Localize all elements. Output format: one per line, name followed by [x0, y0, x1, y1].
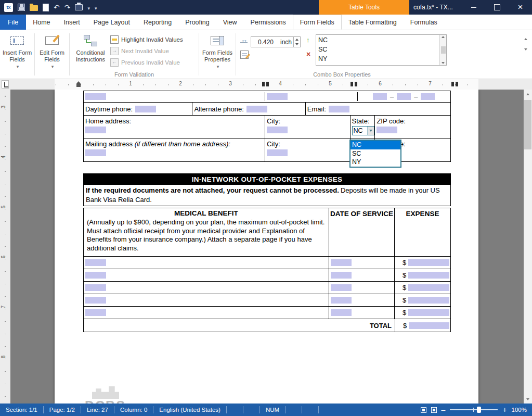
- print-options-caret-icon[interactable]: [87, 3, 90, 12]
- state-combobox-dropdown-button[interactable]: [367, 127, 374, 135]
- benefit-field[interactable]: [85, 284, 106, 291]
- tab-file[interactable]: File: [0, 15, 26, 30]
- listbox-scroll-thumb[interactable]: [441, 46, 446, 54]
- combo-item[interactable]: NY: [316, 54, 439, 64]
- listbox-scrollbar[interactable]: [439, 35, 446, 65]
- benefit-field[interactable]: [85, 259, 106, 266]
- form-field[interactable]: [267, 93, 288, 100]
- zoom-slider[interactable]: [450, 409, 498, 410]
- combo-item[interactable]: SC: [316, 45, 439, 54]
- tab-table-formatting[interactable]: Table Formatting: [342, 15, 404, 30]
- alternate-phone-field[interactable]: [246, 106, 267, 112]
- print-icon[interactable]: [75, 4, 83, 10]
- mailing-city-field[interactable]: [267, 149, 288, 156]
- date-field[interactable]: [331, 272, 352, 279]
- form-field[interactable]: [373, 93, 387, 100]
- zoom-slider-thumb[interactable]: [477, 407, 481, 413]
- next-invalid-value-button[interactable]: Next Invalid Value: [110, 46, 198, 56]
- save-icon[interactable]: [18, 4, 25, 11]
- horizontal-ruler[interactable]: 1 2 3 4 5 6 7: [55, 79, 478, 90]
- date-field[interactable]: [331, 259, 352, 266]
- width-spinner[interactable]: 0.420 inch: [251, 36, 301, 47]
- form-field[interactable]: [85, 93, 106, 100]
- delete-item-icon[interactable]: [305, 50, 313, 58]
- move-item-up-icon[interactable]: [305, 36, 313, 44]
- open-folder-icon[interactable]: [30, 5, 38, 11]
- column-marker[interactable]: [351, 82, 353, 86]
- previous-invalid-value-button[interactable]: Previous Invalid Value: [110, 58, 198, 67]
- state-combobox[interactable]: NC: [352, 126, 374, 135]
- listbox-scroll-up-icon[interactable]: [442, 36, 445, 38]
- close-button[interactable]: [509, 0, 532, 15]
- expense-field[interactable]: [408, 259, 449, 266]
- scroll-up-button[interactable]: [524, 90, 532, 98]
- vertical-ruler[interactable]: 3 4 5 6 7 8: [0, 90, 10, 404]
- right-indent-marker[interactable]: [451, 82, 454, 86]
- combo-item[interactable]: NC: [316, 35, 439, 45]
- date-field[interactable]: [331, 297, 352, 304]
- table-tools-contextual-tab[interactable]: Table Tools: [319, 0, 409, 15]
- minimize-button[interactable]: [462, 0, 485, 15]
- tab-stop-selector[interactable]: [2, 80, 9, 89]
- dropdown-option[interactable]: NY: [351, 158, 400, 167]
- tab-view[interactable]: View: [216, 15, 244, 30]
- ribbon-scroll-up-icon[interactable]: [524, 38, 527, 40]
- date-field[interactable]: [331, 309, 352, 316]
- maximize-button[interactable]: [485, 0, 509, 15]
- status-language[interactable]: English (United States): [153, 406, 227, 413]
- document-area[interactable]: – – Daytime phone: Alternate phone:: [10, 90, 524, 404]
- width-stepper[interactable]: [293, 37, 300, 47]
- tab-permissions[interactable]: Permissions: [244, 15, 293, 30]
- fit-width-icon[interactable]: [431, 407, 437, 413]
- redo-icon[interactable]: [64, 3, 71, 12]
- scrollbar-thumb[interactable]: [524, 100, 531, 149]
- date-field[interactable]: [331, 284, 352, 291]
- form-field[interactable]: [397, 93, 411, 100]
- stepper-up-button[interactable]: [294, 37, 300, 42]
- email-field[interactable]: [329, 106, 349, 112]
- form-field[interactable]: [421, 93, 435, 100]
- edit-form-fields-button[interactable]: Edit Form Fields: [36, 32, 68, 70]
- expense-field[interactable]: [408, 309, 449, 316]
- listbox-scroll-down-icon[interactable]: [442, 62, 445, 64]
- zoom-in-button[interactable]: +: [502, 407, 507, 412]
- highlight-invalid-values-button[interactable]: Highlight Invalid Values: [110, 35, 198, 44]
- new-document-icon[interactable]: [43, 4, 49, 11]
- daytime-phone-field[interactable]: [135, 106, 156, 112]
- tab-reporting[interactable]: Reporting: [137, 15, 178, 30]
- dropdown-option[interactable]: SC: [351, 149, 400, 158]
- conditional-instructions-button[interactable]: Conditional Instructions: [71, 32, 110, 70]
- zip-code-field[interactable]: [377, 127, 397, 133]
- tab-page-layout[interactable]: Page Layout: [87, 15, 137, 30]
- benefit-field[interactable]: [85, 297, 106, 304]
- expense-field[interactable]: [408, 284, 449, 291]
- total-expense-field[interactable]: [409, 322, 449, 329]
- indent-marker[interactable]: [76, 81, 81, 87]
- scroll-down-button[interactable]: [524, 395, 532, 404]
- fit-page-icon[interactable]: [421, 407, 426, 413]
- form-fields-properties-button[interactable]: Form Fields Properties: [200, 32, 235, 70]
- edit-items-icon[interactable]: [240, 51, 249, 59]
- city-field[interactable]: [267, 127, 288, 133]
- benefit-field[interactable]: [85, 272, 106, 279]
- expense-field[interactable]: [408, 297, 449, 304]
- mailing-address-field[interactable]: [85, 149, 106, 156]
- stepper-down-button[interactable]: [294, 42, 300, 47]
- undo-icon[interactable]: [54, 3, 60, 12]
- dropdown-option[interactable]: NC: [351, 141, 400, 149]
- tab-proofing[interactable]: Proofing: [178, 15, 216, 30]
- zoom-out-button[interactable]: –: [442, 407, 446, 412]
- tab-form-fields[interactable]: Form Fields: [293, 15, 342, 30]
- ribbon-scroll-down-icon[interactable]: [524, 48, 527, 51]
- home-address-field[interactable]: [85, 127, 106, 133]
- quick-access-caret-icon[interactable]: [95, 3, 97, 12]
- tab-home[interactable]: Home: [26, 15, 57, 30]
- tab-insert[interactable]: Insert: [57, 15, 87, 30]
- benefit-field[interactable]: [85, 309, 106, 316]
- tab-formulas[interactable]: Formulas: [404, 15, 444, 30]
- vertical-scrollbar[interactable]: [524, 90, 532, 404]
- column-marker[interactable]: [262, 82, 265, 86]
- insert-form-fields-button[interactable]: Insert Form Fields: [1, 32, 33, 70]
- combo-items-listbox[interactable]: NC SC NY: [316, 34, 447, 66]
- width-value[interactable]: 0.420: [251, 39, 280, 46]
